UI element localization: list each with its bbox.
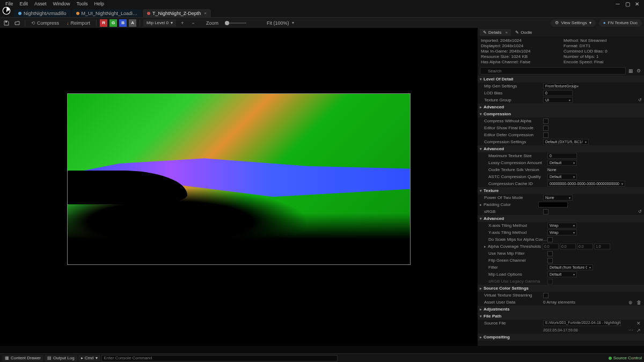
close-icon[interactable]: ×: [505, 30, 508, 35]
reset-icon[interactable]: ↺: [638, 98, 642, 102]
miploadopt-dropdown[interactable]: Default▾: [547, 271, 577, 277]
category-lod[interactable]: ▾Level Of Detail: [478, 76, 644, 83]
terminal-icon: ▸: [81, 356, 83, 360]
trash-icon[interactable]: 🗑: [635, 299, 642, 306]
mipgen-dropdown[interactable]: FromTextureGroup▾: [543, 83, 573, 89]
open-icon[interactable]: ↗: [635, 327, 642, 334]
chevron-down-icon[interactable]: ▾: [292, 20, 294, 25]
stat-displayed: Displayed: 2048x1024: [481, 43, 558, 48]
browse-icon[interactable]: ⋯: [627, 327, 634, 334]
menu-window[interactable]: Window: [51, 1, 72, 6]
sourcefile-path[interactable]: E:/Work/003_Fortnite/2022-04-18 - NightN…: [543, 320, 621, 326]
category-adjustments[interactable]: ▸Adjustments: [478, 306, 644, 313]
prop-label: Alpha Coverage Thresholds: [488, 244, 543, 249]
menu-file[interactable]: File: [3, 1, 16, 6]
category-compression[interactable]: ▾Compression: [478, 110, 644, 117]
prop-label: Do Scale Mips for Alpha Coverage: [488, 237, 547, 242]
doscale-checkbox[interactable]: [547, 237, 553, 242]
pencil-icon: ✎: [515, 30, 519, 35]
add-icon[interactable]: ⊕: [627, 299, 634, 306]
legacy-checkbox[interactable]: [547, 279, 553, 284]
maximize-button[interactable]: ▢: [624, 1, 631, 7]
csettings-dropdown[interactable]: Default (DXT1/5, BC1/3 on DX11)▾: [543, 139, 589, 145]
category-compositing[interactable]: ▸Compositing: [478, 334, 644, 341]
prop-label: Filter: [488, 265, 547, 270]
gear-icon[interactable]: ⚙: [635, 68, 642, 74]
category-srccolor[interactable]: ▸Source Color Settings: [478, 285, 644, 292]
lossy-dropdown[interactable]: Default▾: [547, 160, 577, 166]
browse-button[interactable]: [13, 19, 21, 27]
category-texture[interactable]: ▾Texture: [478, 187, 644, 194]
tab-details[interactable]: ✎Details×: [480, 29, 511, 36]
ytiling-dropdown[interactable]: Wrap▾: [547, 230, 577, 235]
minimize-button[interactable]: ─: [614, 1, 621, 7]
category-advanced[interactable]: ▾Advanced: [478, 145, 644, 152]
category-advanced[interactable]: ▾Advanced: [478, 215, 644, 222]
view-settings-dropdown[interactable]: ⚙View Settings▾: [551, 19, 595, 27]
channel-r-toggle[interactable]: R: [100, 19, 107, 27]
zoom-slider[interactable]: [225, 23, 246, 24]
xtiling-dropdown[interactable]: Wrap▾: [547, 223, 577, 228]
channel-g-toggle[interactable]: G: [109, 19, 117, 27]
channel-a-toggle[interactable]: A: [129, 19, 136, 27]
prop-label: Source File: [484, 321, 543, 326]
category-filepath[interactable]: ▾File Path: [478, 313, 644, 320]
filter-dropdown[interactable]: Default (from Texture Group)▾: [547, 264, 593, 270]
prop-label: Lossy Compression Amount: [488, 160, 547, 165]
prop-label: Texture Group: [484, 98, 543, 102]
tab-oodle[interactable]: ✎Oodle: [512, 29, 535, 36]
cwa-checkbox[interactable]: [543, 119, 548, 124]
save-button[interactable]: [2, 19, 11, 27]
maxtex-input[interactable]: [547, 153, 577, 159]
texture-viewport[interactable]: [0, 28, 478, 346]
prop-label: Mip Load Options: [488, 272, 547, 277]
newmip-checkbox[interactable]: [547, 251, 553, 256]
menu-help[interactable]: Help: [92, 1, 107, 6]
close-icon[interactable]: ×: [204, 11, 207, 16]
padding-color-picker[interactable]: [538, 202, 568, 208]
po2-dropdown[interactable]: None▾: [543, 195, 573, 201]
console-input[interactable]: [101, 355, 338, 361]
clear-icon[interactable]: ✕: [635, 320, 642, 327]
srgb-checkbox[interactable]: [543, 209, 548, 215]
alphacov-3[interactable]: 1.0: [594, 243, 610, 249]
texgroup-dropdown[interactable]: UI▾: [543, 97, 573, 103]
mip-plus-button[interactable]: +: [178, 19, 187, 27]
alphacov-2[interactable]: 0.0: [577, 243, 593, 249]
zoom-value: Fit (100%): [267, 20, 289, 26]
astc-dropdown[interactable]: Default▾: [547, 174, 577, 180]
tab-level[interactable]: NightNightArmadillo: [14, 9, 71, 17]
cmd-dropdown[interactable]: ▸Cmd▾: [78, 355, 100, 361]
prop-label: Y-axis Tiling Method: [488, 230, 547, 235]
edc-checkbox[interactable]: [543, 132, 548, 138]
mip-minus-button[interactable]: −: [189, 19, 197, 27]
flipgreen-checkbox[interactable]: [547, 258, 553, 263]
cacheid-field[interactable]: 00000000-0000-0000-0000-000000000000▾: [547, 181, 625, 187]
vts-checkbox[interactable]: [543, 293, 548, 298]
channel-b-toggle[interactable]: B: [119, 19, 127, 27]
oodlesdk-value: None: [547, 168, 557, 172]
close-button[interactable]: ✕: [633, 1, 641, 7]
reset-icon[interactable]: ↺: [638, 209, 642, 214]
source-control-button[interactable]: Source Control: [609, 356, 642, 360]
mip-level-dropdown[interactable]: Mip Level 0▾: [143, 19, 176, 27]
texture-doc-link[interactable]: ●FN Texture Doc: [599, 19, 642, 27]
lodbias-input[interactable]: [543, 90, 573, 96]
prop-label: sRGB Use Legacy Gamma: [488, 279, 547, 284]
category-advanced[interactable]: ▸Advanced: [478, 104, 644, 110]
tab-texture[interactable]: T_NightNight_Z-Depth×: [143, 9, 211, 17]
menu-edit[interactable]: Edit: [18, 1, 31, 6]
compress-button[interactable]: ⟲Compress: [28, 19, 62, 27]
search-input[interactable]: [480, 67, 626, 75]
alphacov-0[interactable]: 0.0: [543, 243, 559, 249]
alphacov-1[interactable]: 0.0: [560, 243, 576, 249]
reimport-button[interactable]: ↓Reimport: [64, 19, 93, 27]
filter-icon[interactable]: ▦: [627, 68, 634, 74]
output-log-button[interactable]: ▤Output Log: [45, 355, 77, 361]
menu-tools[interactable]: Tools: [75, 1, 90, 6]
chevron-down-icon: ▾: [171, 20, 173, 25]
content-drawer-button[interactable]: ▦Content Drawer: [2, 355, 43, 361]
menu-asset[interactable]: Asset: [32, 1, 49, 6]
tab-material[interactable]: M_UI_NightNight_Loadi…: [72, 9, 142, 17]
esfe-checkbox[interactable]: [543, 125, 548, 131]
